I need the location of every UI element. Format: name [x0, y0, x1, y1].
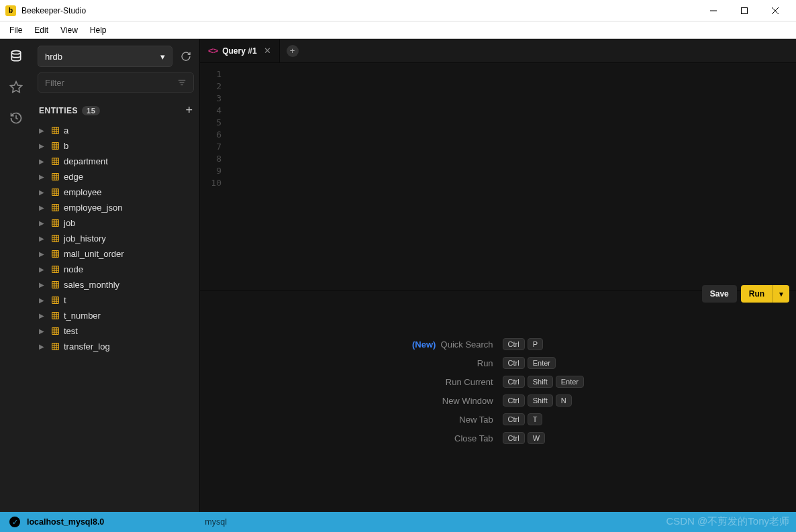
- code-area[interactable]: [227, 63, 796, 290]
- entity-item[interactable]: ▶t_number: [38, 308, 194, 323]
- line-number: 4: [200, 105, 221, 117]
- entities-header: ENTITIES 15 +: [38, 101, 194, 123]
- table-icon: [51, 234, 60, 243]
- entity-name: sales_monthly: [64, 280, 119, 290]
- code-icon: <>: [208, 46, 218, 56]
- key: Enter: [528, 357, 556, 369]
- menu-help[interactable]: Help: [85, 23, 112, 37]
- chevron-right-icon: ▶: [39, 266, 47, 273]
- svg-rect-69: [52, 313, 59, 319]
- run-dropdown-button[interactable]: ▼: [773, 285, 789, 303]
- entity-item[interactable]: ▶t: [38, 292, 194, 308]
- entity-name: employee: [64, 187, 101, 197]
- table-icon: [51, 203, 60, 212]
- history-icon[interactable]: [7, 109, 26, 127]
- entity-item[interactable]: ▶transfer_log: [38, 339, 194, 354]
- entity-item[interactable]: ▶employee_json: [38, 200, 194, 215]
- filter-options-icon[interactable]: [177, 78, 187, 87]
- entity-item[interactable]: ▶job_history: [38, 231, 194, 246]
- new-tab-button[interactable]: +: [280, 39, 305, 62]
- entity-name: node: [64, 264, 83, 274]
- shortcut-keys: CtrlShiftEnter: [503, 376, 584, 388]
- chevron-right-icon: ▶: [39, 173, 47, 180]
- entity-item[interactable]: ▶test: [38, 323, 194, 339]
- svg-rect-1: [742, 7, 748, 13]
- key: Ctrl: [503, 432, 525, 444]
- table-icon: [51, 311, 60, 320]
- entity-name: edge: [64, 172, 83, 182]
- tab-close-icon[interactable]: ✕: [264, 46, 271, 56]
- close-button[interactable]: [760, 0, 791, 21]
- chevron-right-icon: ▶: [39, 158, 47, 165]
- shortcut-label: (New) Quick Search: [412, 339, 493, 350]
- key: T: [528, 413, 543, 425]
- entity-item[interactable]: ▶b: [38, 138, 194, 154]
- add-entity-button[interactable]: +: [185, 103, 193, 117]
- save-button[interactable]: Save: [702, 285, 737, 303]
- minimize-button[interactable]: [698, 0, 729, 21]
- entity-item[interactable]: ▶job: [38, 215, 194, 231]
- tab-query-1[interactable]: <> Query #1 ✕: [200, 39, 280, 62]
- entity-item[interactable]: ▶a: [38, 123, 194, 138]
- chevron-right-icon: ▶: [39, 189, 47, 196]
- main-panel: <> Query #1 ✕ + 12345678910 Save Run ▼ (…: [200, 39, 796, 512]
- maximize-button[interactable]: [729, 0, 760, 21]
- entity-item[interactable]: ▶mall_unit_order: [38, 246, 194, 262]
- chevron-right-icon: ▶: [39, 297, 47, 304]
- entities-label: ENTITIES: [39, 106, 78, 115]
- sidebar: hrdb ▾ ENTITIES 15 + ▶a▶b▶department▶edg…: [32, 39, 200, 512]
- chevron-right-icon: ▶: [39, 327, 47, 335]
- table-icon: [51, 327, 60, 335]
- filter-input[interactable]: [45, 78, 177, 88]
- chevron-right-icon: ▶: [39, 204, 47, 211]
- chevron-right-icon: ▶: [39, 281, 47, 288]
- window-titlebar: b Beekeeper-Studio: [0, 0, 796, 21]
- table-icon: [51, 296, 60, 305]
- window-title: Beekeeper-Studio: [21, 6, 698, 15]
- entity-name: job_history: [64, 233, 106, 244]
- connection-name[interactable]: localhost_mysql8.0: [27, 517, 104, 527]
- line-number: 6: [200, 129, 221, 141]
- entity-name: t: [64, 295, 66, 305]
- menu-file[interactable]: File: [4, 23, 28, 37]
- menu-view[interactable]: View: [55, 23, 83, 37]
- entity-name: b: [64, 141, 68, 151]
- table-icon: [51, 250, 60, 258]
- svg-rect-19: [52, 158, 59, 165]
- database-icon[interactable]: [7, 47, 26, 66]
- entity-name: employee_json: [64, 203, 122, 213]
- app-icon: b: [5, 5, 16, 16]
- plus-icon: +: [287, 45, 299, 57]
- entity-item[interactable]: ▶node: [38, 262, 194, 277]
- refresh-button[interactable]: [178, 48, 194, 64]
- svg-rect-74: [52, 328, 59, 335]
- shortcut-label: Run: [412, 358, 493, 368]
- window-controls: [698, 0, 791, 21]
- svg-rect-54: [52, 266, 59, 273]
- database-selector[interactable]: hrdb ▾: [38, 46, 172, 67]
- sql-editor: 12345678910 Save Run ▼: [200, 63, 796, 291]
- entity-name: transfer_log: [64, 341, 110, 352]
- run-button[interactable]: Run: [741, 285, 773, 303]
- results-panel: (New) Quick SearchCtrlPRunCtrlEnterRun C…: [200, 291, 796, 512]
- chevron-right-icon: ▶: [39, 312, 47, 319]
- entity-item[interactable]: ▶sales_monthly: [38, 277, 194, 292]
- menu-edit[interactable]: Edit: [29, 23, 54, 37]
- svg-rect-34: [52, 205, 59, 211]
- svg-rect-24: [52, 174, 59, 180]
- chevron-right-icon: ▶: [39, 219, 47, 227]
- star-icon[interactable]: [7, 78, 26, 97]
- chevron-right-icon: ▶: [39, 127, 47, 134]
- shortcut-keys: CtrlW: [503, 432, 584, 444]
- svg-rect-39: [52, 220, 59, 227]
- line-number: 8: [200, 153, 221, 165]
- shortcut-keys: CtrlT: [503, 413, 584, 425]
- key: Ctrl: [503, 394, 525, 407]
- entity-item[interactable]: ▶department: [38, 154, 194, 169]
- key: P: [528, 338, 543, 350]
- key: Shift: [528, 394, 553, 407]
- line-number: 9: [200, 165, 221, 177]
- entity-item[interactable]: ▶employee: [38, 184, 194, 200]
- entity-item[interactable]: ▶edge: [38, 169, 194, 184]
- key: Ctrl: [503, 357, 525, 369]
